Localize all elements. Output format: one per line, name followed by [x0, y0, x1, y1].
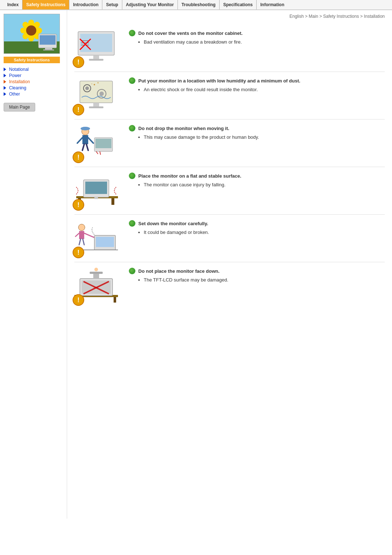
svg-rect-16 [43, 49, 54, 50]
item-bullet-5: It could be damaged or broken. [138, 230, 385, 235]
sidebar-thumbnail [4, 14, 60, 54]
green-dot-icon [129, 173, 135, 179]
item-title-2: Put your monitor in a location with low … [129, 77, 385, 84]
svg-line-47 [100, 151, 101, 155]
svg-line-40 [77, 138, 82, 143]
svg-rect-14 [40, 35, 56, 45]
svg-rect-69 [90, 272, 103, 274]
nav-specifications[interactable]: Specifications [220, 0, 257, 9]
top-nav: Index Safety Instructions Introduction S… [0, 0, 392, 10]
item-text-1: Do not cover the vents on the monitor ca… [129, 30, 385, 45]
svg-point-34 [98, 82, 99, 84]
item-image-2: ! [74, 77, 122, 114]
sidebar-item-other[interactable]: Other [4, 92, 67, 97]
nav-safety-instructions[interactable]: Safety Instructions [23, 0, 69, 9]
warning-icon: ! [73, 56, 84, 68]
item-bullet-1: Bad ventilation may cause a breakdown or… [138, 39, 385, 45]
sidebar-item-power[interactable]: Power [4, 73, 67, 78]
nav-information[interactable]: Information [257, 0, 288, 9]
svg-line-41 [88, 138, 93, 143]
item-title-1: Do not cover the vents on the monitor ca… [129, 30, 385, 36]
warning-icon: ! [73, 151, 84, 163]
svg-point-10 [23, 33, 28, 39]
item-image-3: ! [74, 125, 122, 161]
content-area: English > Main > Safety Instructions > I… [67, 10, 392, 519]
arrow-icon [4, 74, 6, 77]
green-dot-icon [129, 268, 135, 274]
svg-line-58 [79, 239, 81, 245]
warning-icon: ! [73, 199, 84, 211]
nav-setup[interactable]: Setup [102, 0, 122, 9]
svg-line-43 [86, 144, 88, 150]
svg-rect-45 [95, 139, 111, 148]
sidebar-item-installation[interactable]: Installation [4, 79, 67, 84]
breadcrumb: English > Main > Safety Instructions > I… [74, 14, 385, 19]
svg-rect-55 [79, 231, 84, 239]
svg-rect-39 [82, 135, 88, 144]
nav-troubleshooting[interactable]: Troubleshooting [178, 0, 220, 9]
arrow-icon [4, 68, 6, 71]
svg-point-54 [78, 224, 85, 231]
sidebar: Safety Instructions Notational Power Ins… [0, 10, 67, 519]
item-bullet-3: This may cause damage to the product or … [138, 134, 385, 140]
sidebar-item-notational[interactable]: Notational [4, 67, 67, 72]
instruction-item-4: ! Place the monitor on a flat and stable… [74, 167, 385, 215]
instruction-item-2: ! Put your monitor in a location with lo… [74, 72, 385, 119]
svg-rect-38 [82, 128, 89, 130]
item-title-3: Do not drop the monitor when moving it. [129, 125, 385, 131]
item-image-4: ! [74, 173, 122, 209]
green-dot-icon [129, 125, 135, 131]
sidebar-section-label: Safety Instructions [4, 57, 60, 63]
svg-point-70 [94, 268, 98, 271]
instruction-item-6: ! Do not place the monitor face down. Th… [74, 262, 385, 309]
main-wrapper: Safety Instructions Notational Power Ins… [0, 10, 392, 519]
svg-rect-68 [93, 273, 99, 279]
sidebar-nav: Notational Power Installation Cleaning [4, 67, 67, 97]
svg-rect-23 [89, 59, 103, 61]
item-bullet-4: The monitor can cause injury by falling. [138, 182, 385, 187]
item-text-6: Do not place the monitor face down. The … [129, 268, 385, 283]
svg-rect-15 [45, 48, 52, 49]
svg-point-9 [34, 22, 40, 28]
nav-adjusting[interactable]: Adjusting Your Monitor [122, 0, 178, 9]
svg-point-33 [94, 84, 95, 85]
svg-point-12 [26, 25, 36, 36]
svg-point-8 [23, 22, 28, 28]
item-title-6: Do not place the monitor face down. [129, 268, 385, 274]
instruction-item-5: ! Set down the monitor carefully. It cou… [74, 215, 385, 262]
svg-rect-52 [85, 182, 107, 194]
svg-point-30 [99, 92, 104, 96]
nav-index[interactable]: Index [4, 0, 23, 9]
item-text-5: Set down the monitor carefully. It could… [129, 220, 385, 235]
instruction-item-1: ! Do not cover the vents on the monitor … [74, 24, 385, 72]
item-bullet-2: An electric shock or fire could result i… [138, 87, 385, 92]
svg-point-5 [28, 36, 34, 41]
svg-line-56 [75, 233, 79, 236]
svg-rect-53 [94, 197, 98, 199]
nav-introduction[interactable]: Introduction [69, 0, 102, 9]
item-image-6: ! [74, 268, 122, 304]
svg-point-7 [36, 28, 42, 33]
item-title-5: Set down the monitor carefully. [129, 220, 385, 227]
warning-icon: ! [73, 104, 84, 116]
svg-rect-61 [96, 237, 114, 247]
item-image-5: ! [74, 220, 122, 256]
arrow-icon [4, 86, 6, 90]
svg-rect-50 [111, 198, 114, 205]
green-dot-icon [129, 77, 135, 84]
arrow-icon [4, 80, 6, 84]
svg-rect-26 [80, 81, 113, 103]
svg-rect-22 [93, 55, 99, 59]
svg-point-35 [91, 84, 92, 84]
svg-rect-32 [89, 106, 103, 108]
main-page-button[interactable]: Main Page [4, 103, 35, 112]
item-bullet-6: The TFT-LCD surface may be damaged. [138, 277, 385, 283]
svg-line-46 [96, 151, 98, 154]
warning-icon: ! [73, 247, 84, 258]
item-text-4: Place the monitor on a flat and stable s… [129, 173, 385, 187]
item-text-2: Put your monitor in a location with low … [129, 77, 385, 92]
item-title-4: Place the monitor on a flat and stable s… [129, 173, 385, 179]
item-text-3: Do not drop the monitor when moving it. … [129, 125, 385, 140]
sidebar-item-cleaning[interactable]: Cleaning [4, 85, 67, 90]
svg-rect-65 [114, 297, 116, 303]
